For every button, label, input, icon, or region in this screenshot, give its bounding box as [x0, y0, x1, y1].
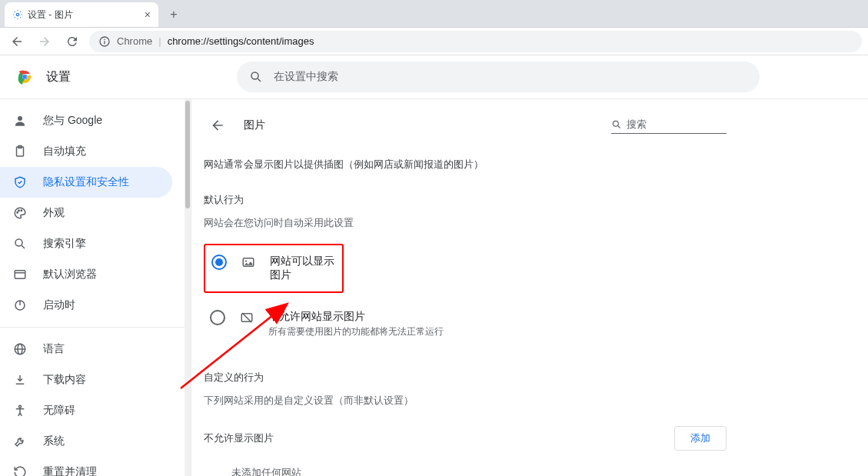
svg-rect-3 [104, 41, 105, 44]
search-icon [249, 70, 263, 84]
sidebar-item-label: 语言 [43, 342, 65, 356]
browser-toolbar: Chrome | chrome://settings/content/image… [0, 28, 868, 55]
svg-point-27 [613, 121, 618, 126]
svg-point-13 [17, 212, 18, 214]
browser-icon [12, 267, 28, 282]
settings-search[interactable]: 在设置中搜索 [237, 62, 760, 92]
sidebar-item-label: 自动填充 [43, 145, 86, 158]
url-separator: | [158, 35, 161, 47]
back-button[interactable] [6, 31, 28, 52]
globe-icon [12, 341, 28, 357]
palette-icon [12, 205, 28, 221]
settings-search-placeholder: 在设置中搜索 [274, 70, 338, 84]
accessibility-icon [12, 403, 28, 418]
forward-button [34, 31, 55, 52]
content-title: 图片 [244, 118, 599, 132]
download-icon [12, 372, 28, 388]
person-icon [12, 113, 28, 128]
new-tab-button[interactable]: + [163, 4, 185, 25]
image-icon [241, 255, 256, 270]
svg-point-8 [251, 72, 258, 79]
sidebar-item-autofill[interactable]: 自动填充 [0, 136, 172, 167]
content-search[interactable]: 搜索 [611, 118, 727, 134]
sidebar-item-system[interactable]: 系统 [0, 426, 172, 457]
search-icon [611, 119, 622, 130]
sidebar-scrollbar[interactable] [185, 99, 191, 476]
sidebar-item-languages[interactable]: 语言 [0, 334, 172, 364]
sidebar-item-label: 系统 [43, 434, 65, 448]
radio-sublabel: 所有需要使用图片的功能都将无法正常运行 [268, 325, 444, 338]
sidebar-item-label: 隐私设置和安全性 [43, 175, 129, 189]
svg-point-26 [19, 405, 22, 408]
sidebar-divider [0, 327, 185, 328]
svg-point-16 [15, 239, 22, 246]
sidebar-item-label: 搜索引擎 [43, 237, 86, 251]
reload-button[interactable] [62, 31, 83, 52]
block-section-title: 不允许显示图片 [204, 431, 274, 445]
radio-label: 网站可以显示图片 [270, 255, 336, 282]
restore-icon [12, 464, 28, 476]
add-button[interactable]: 添加 [674, 426, 727, 451]
svg-line-17 [22, 245, 25, 248]
radio-button[interactable] [211, 255, 227, 270]
svg-rect-18 [15, 271, 25, 279]
page-title: 设置 [46, 69, 71, 85]
content-back-button[interactable] [204, 112, 231, 139]
radio-option-block-images[interactable]: 不允许网站显示图片 所有需要使用图片的功能都将无法正常运行 [204, 301, 727, 348]
svg-point-14 [18, 210, 20, 211]
svg-point-2 [104, 38, 105, 40]
svg-line-28 [618, 125, 620, 128]
chrome-logo-icon [15, 68, 34, 86]
sidebar-item-privacy[interactable]: 隐私设置和安全性 [0, 167, 172, 198]
sidebar-item-downloads[interactable]: 下载内容 [0, 364, 172, 395]
content-panel: 图片 搜索 网站通常会显示图片以提供插图（例如网店或新闻报道的图片） 默认行为 … [204, 112, 727, 476]
tab-strip: 设置 - 图片 × + [0, 0, 868, 28]
default-behavior-sub: 网站会在您访问时自动采用此设置 [204, 216, 727, 230]
gear-icon [12, 9, 23, 20]
content-description: 网站通常会显示图片以提供插图（例如网店或新闻报道的图片） [204, 158, 727, 171]
default-behavior-title: 默认行为 [204, 193, 727, 207]
scrollbar-thumb[interactable] [185, 101, 190, 208]
sidebar-item-label: 启动时 [43, 298, 75, 312]
sidebar-item-label: 下载内容 [43, 373, 86, 387]
sidebar-item-label: 重置并清理 [43, 465, 97, 476]
svg-point-0 [16, 13, 19, 16]
tab-title: 设置 - 图片 [28, 8, 73, 22]
svg-point-30 [245, 260, 247, 261]
settings-header: 设置 在设置中搜索 [0, 55, 868, 98]
sidebar-item-you-and-google[interactable]: 您与 Google [0, 105, 172, 136]
content-search-label: 搜索 [627, 118, 647, 131]
sidebar-item-label: 外观 [43, 206, 65, 220]
sidebar-item-on-startup[interactable]: 启动时 [0, 290, 172, 321]
radio-button[interactable] [210, 310, 225, 325]
image-off-icon [239, 310, 254, 325]
sidebar-item-accessibility[interactable]: 无障碍 [0, 395, 172, 426]
close-icon[interactable]: × [145, 8, 151, 21]
custom-behavior-title: 自定义的行为 [204, 371, 727, 384]
svg-point-15 [21, 210, 22, 211]
wrench-icon [12, 434, 28, 449]
svg-line-9 [258, 78, 261, 82]
site-info-icon[interactable] [98, 35, 111, 48]
custom-behavior-sub: 下列网站采用的是自定义设置（而非默认设置） [204, 394, 727, 408]
url-scheme: Chrome [117, 35, 152, 47]
search-icon [12, 236, 28, 251]
empty-list-text: 未添加任何网站 [204, 451, 727, 476]
svg-line-32 [242, 313, 251, 322]
sidebar-item-reset[interactable]: 重置并清理 [0, 457, 172, 476]
sidebar-item-search-engine[interactable]: 搜索引擎 [0, 228, 172, 259]
sidebar-item-appearance[interactable]: 外观 [0, 198, 172, 228]
address-bar[interactable]: Chrome | chrome://settings/content/image… [89, 31, 862, 52]
browser-tab[interactable]: 设置 - 图片 × [5, 2, 158, 27]
svg-point-10 [18, 116, 22, 121]
radio-option-allow-images[interactable]: 网站可以显示图片 [204, 244, 344, 293]
url-path: chrome://settings/content/images [168, 35, 314, 47]
sidebar-item-default-browser[interactable]: 默认浏览器 [0, 259, 172, 290]
power-icon [12, 298, 28, 313]
radio-label: 不允许网站显示图片 [268, 310, 444, 324]
sidebar-item-label: 默认浏览器 [43, 268, 97, 281]
settings-sidebar: 您与 Google 自动填充 隐私设置和安全性 外观 搜索引擎 默认浏览器 [0, 99, 185, 476]
svg-point-7 [23, 75, 27, 79]
sidebar-item-label: 无障碍 [43, 404, 75, 418]
shield-icon [12, 175, 28, 190]
